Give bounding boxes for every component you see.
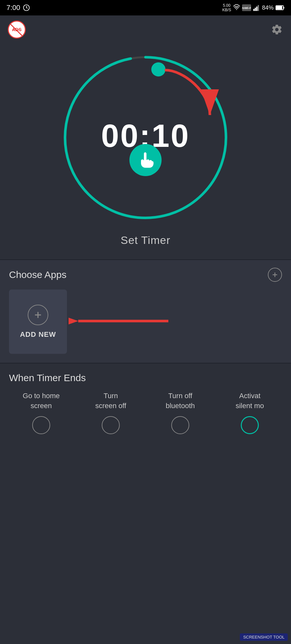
add-new-label: ADD NEW — [20, 330, 56, 339]
battery-label: 84% — [262, 4, 274, 11]
timer-end-option-home[interactable]: Go to homescreen — [9, 391, 73, 434]
status-bar: 7:00 5.00KB/S VoWi-Fi 84% — [0, 0, 291, 15]
when-timer-title: When Timer Ends — [9, 372, 282, 383]
add-new-card[interactable]: ADD NEW — [9, 290, 67, 354]
plus-icon — [271, 271, 279, 279]
svg-point-13 — [151, 62, 165, 76]
play-button[interactable] — [129, 144, 162, 176]
timer-circle[interactable]: 00:10 — [55, 48, 236, 228]
timer-end-options: Go to homescreen Turnscreen off Turn off… — [9, 391, 282, 434]
add-new-row: ADD NEW — [9, 290, 282, 354]
red-arrow-left-annotation — [69, 305, 172, 338]
choose-apps-section: Choose Apps ADD NEW — [0, 260, 291, 363]
signal-icon — [253, 4, 260, 11]
gear-icon — [271, 24, 283, 35]
timer-end-option-screen-off[interactable]: Turnscreen off — [79, 391, 143, 434]
option-silent-radio[interactable] — [241, 416, 259, 434]
clock-icon — [23, 4, 30, 11]
app-container: ADS — [0, 15, 291, 448]
top-bar: ADS — [0, 15, 291, 41]
option-screen-off-radio[interactable] — [102, 416, 120, 434]
choose-apps-add-button[interactable] — [268, 268, 282, 282]
svg-rect-10 — [276, 6, 282, 9]
ads-badge: ADS — [8, 21, 26, 39]
choose-apps-header: Choose Apps — [9, 268, 282, 282]
battery-icon — [276, 5, 285, 11]
option-silent-label: Activatsilent mo — [236, 391, 264, 411]
data-speed: 5.00KB/S — [222, 3, 231, 13]
timer-end-option-silent[interactable]: Activatsilent mo — [218, 391, 282, 434]
option-bluetooth-label: Turn offbluetooth — [166, 391, 195, 411]
svg-rect-4 — [253, 9, 255, 11]
svg-point-1 — [236, 9, 237, 10]
settings-button[interactable] — [270, 23, 283, 36]
svg-rect-7 — [258, 5, 259, 11]
option-home-label: Go to homescreen — [23, 391, 60, 411]
vowifi-icon: VoWi-Fi — [242, 4, 251, 11]
wifi-icon — [233, 4, 240, 11]
svg-rect-9 — [283, 7, 284, 9]
timer-end-option-bluetooth[interactable]: Turn offbluetooth — [148, 391, 212, 434]
timer-section: 00:10 Set Timer — [0, 41, 291, 259]
status-time: 7:00 — [6, 4, 30, 12]
time-label: 7:00 — [6, 4, 20, 12]
svg-rect-6 — [256, 6, 258, 11]
choose-apps-title: Choose Apps — [9, 269, 66, 280]
set-timer-label: Set Timer — [121, 234, 170, 246]
option-bluetooth-radio[interactable] — [171, 416, 189, 434]
option-home-radio[interactable] — [32, 416, 50, 434]
option-screen-off-label: Turnscreen off — [95, 391, 126, 411]
red-arrow-left-svg — [69, 305, 172, 337]
status-icons: 5.00KB/S VoWi-Fi 84% — [222, 3, 285, 13]
svg-rect-5 — [255, 8, 256, 11]
add-icon — [33, 310, 43, 320]
watermark: SCREENSHOT TOOL — [240, 633, 288, 641]
add-new-circle-icon — [28, 305, 48, 325]
play-hand-icon — [136, 150, 155, 170]
svg-text:VoWi-Fi: VoWi-Fi — [242, 6, 251, 10]
when-timer-section: When Timer Ends Go to homescreen Turnscr… — [0, 363, 291, 448]
ads-text: ADS — [12, 27, 22, 32]
